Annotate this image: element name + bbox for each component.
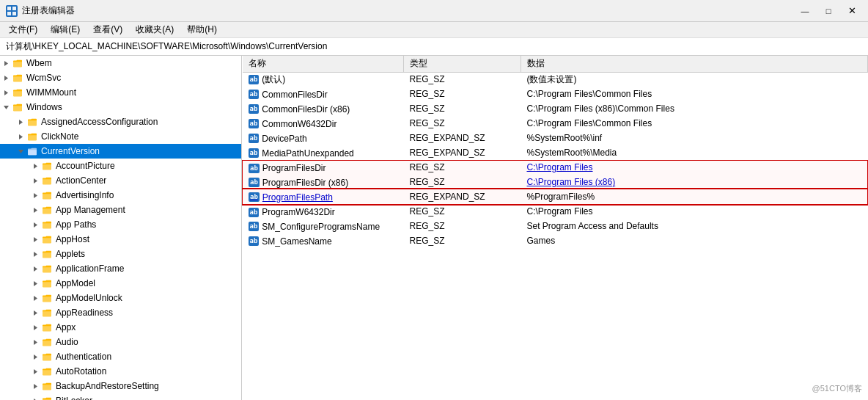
reg-type-icon: ab CommonFilesDir (x86) — [249, 104, 350, 114]
expand-button[interactable] — [0, 101, 12, 113]
expand-button[interactable] — [15, 131, 26, 142]
folder-icon — [41, 321, 53, 333]
tree-item[interactable]: Authentication — [0, 349, 241, 364]
svg-marker-4 — [4, 61, 8, 66]
tree-item[interactable]: ClickNote — [0, 129, 241, 144]
col-data: 数据 — [521, 56, 868, 72]
tree-item[interactable]: Appx — [0, 320, 241, 335]
tree-item[interactable]: WIMMMount — [0, 85, 241, 100]
svg-rect-2 — [7, 12, 11, 15]
menu-item[interactable]: 编辑(E) — [45, 22, 86, 37]
maximize-button[interactable]: □ — [818, 4, 839, 18]
expand-button[interactable] — [29, 380, 41, 392]
tree-item[interactable]: Applets — [0, 247, 241, 261]
tree-item[interactable]: CurrentVersion — [0, 144, 241, 159]
tree-item[interactable]: ActionCenter — [0, 173, 241, 188]
table-row[interactable]: ab CommonW6432DirREG_SZC:\Program Files\… — [243, 116, 868, 131]
expand-button[interactable] — [29, 233, 41, 245]
expand-button[interactable] — [29, 321, 41, 333]
expand-button[interactable] — [29, 395, 41, 400]
close-button[interactable]: ✕ — [842, 4, 862, 18]
table-row[interactable]: ab SM_ConfigureProgramsNameREG_SZSet Pro… — [243, 219, 868, 233]
tree-item[interactable]: Wbem — [0, 56, 241, 70]
expand-button[interactable] — [29, 160, 41, 172]
expand-button[interactable] — [29, 248, 41, 260]
expand-button[interactable] — [29, 277, 41, 289]
tree-item[interactable]: App Management — [0, 203, 241, 217]
tree-item[interactable]: AdvertisingInfo — [0, 188, 241, 203]
table-row[interactable]: ab ProgramFilesDir (x86)REG_SZC:\Program… — [243, 175, 868, 189]
tree-item[interactable]: AppHost — [0, 232, 241, 247]
table-row[interactable]: ab CommonFilesDir (x86)REG_SZC:\Program … — [243, 101, 868, 116]
svg-marker-19 — [34, 281, 37, 286]
tree-item[interactable]: App Paths — [0, 217, 241, 232]
expand-button[interactable] — [15, 116, 26, 128]
registry-type-cell: REG_SZ — [404, 160, 521, 175]
tree-item[interactable]: AppReadiness — [0, 305, 241, 320]
tree-item[interactable]: BitLocker — [0, 393, 241, 400]
tree-panel[interactable]: Wbem WcmSvc WIMMMount Windows AssignedAc… — [0, 56, 242, 400]
tree-item[interactable]: AccountPicture — [0, 159, 241, 173]
svg-rect-1 — [12, 7, 16, 10]
expand-button[interactable] — [29, 292, 41, 304]
tree-item[interactable]: BackupAndRestoreSetting — [0, 379, 241, 393]
svg-marker-8 — [19, 120, 23, 125]
expand-button[interactable] — [15, 145, 26, 157]
tree-item-label: Wbem — [26, 58, 52, 68]
folder-icon — [12, 72, 23, 84]
tree-item-label: ActionCenter — [56, 175, 106, 186]
expand-button[interactable] — [29, 263, 41, 274]
menu-bar: 文件(F)编辑(E)查看(V)收藏夹(A)帮助(H) — [0, 22, 868, 38]
tree-item[interactable]: Windows — [0, 100, 241, 114]
menu-item[interactable]: 查看(V) — [87, 22, 128, 37]
tree-item-label: AppModelUnlock — [56, 293, 122, 303]
expand-button[interactable] — [0, 87, 12, 98]
tree-item-label: WcmSvc — [26, 73, 61, 83]
folder-icon — [41, 248, 53, 260]
registry-data-cell: C:\Program Files — [521, 204, 868, 219]
table-row[interactable]: ab ProgramW6432DirREG_SZC:\Program Files — [243, 204, 868, 219]
registry-name-cell: ab (默认) — [243, 72, 404, 87]
expand-button[interactable] — [29, 307, 41, 319]
table-row[interactable]: ab (默认)REG_SZ(数值未设置) — [243, 72, 868, 87]
tree-item[interactable]: AppModel — [0, 276, 241, 291]
menu-item[interactable]: 文件(F) — [3, 22, 43, 37]
app-icon — [6, 5, 18, 17]
menu-item[interactable]: 收藏夹(A) — [130, 22, 180, 37]
tree-item[interactable]: AssignedAccessConfiguration — [0, 114, 241, 129]
expand-button[interactable] — [29, 204, 41, 216]
tree-item[interactable]: AutoRotation — [0, 364, 241, 379]
expand-button[interactable] — [29, 336, 41, 348]
table-row[interactable]: ab ProgramFilesPathREG_EXPAND_SZ%Program… — [243, 189, 868, 204]
col-name: 名称 — [243, 56, 404, 72]
expand-button[interactable] — [0, 72, 12, 84]
tree-item[interactable]: AppModelUnlock — [0, 291, 241, 305]
registry-type-cell: REG_SZ — [404, 72, 521, 87]
expand-button[interactable] — [29, 189, 41, 201]
expand-button[interactable] — [29, 219, 41, 230]
minimize-button[interactable]: — — [795, 4, 815, 18]
expand-button[interactable] — [0, 57, 12, 69]
reg-type-icon: ab ProgramFilesDir (x86) — [249, 178, 348, 188]
tree-item[interactable]: WcmSvc — [0, 70, 241, 85]
folder-icon — [12, 101, 23, 113]
table-row[interactable]: ab ProgramFilesDirREG_SZC:\Program Files — [243, 160, 868, 175]
table-row[interactable]: ab DevicePathREG_EXPAND_SZ%SystemRoot%\i… — [243, 131, 868, 145]
table-row[interactable]: ab SM_GamesNameREG_SZGames — [243, 233, 868, 248]
table-row[interactable]: ab CommonFilesDirREG_SZC:\Program Files\… — [243, 87, 868, 101]
registry-name-cell: ab CommonW6432Dir — [243, 116, 404, 131]
values-panel[interactable]: 名称 类型 数据 ab (默认)REG_SZ(数值未设置)ab CommonFi… — [242, 56, 868, 400]
registry-name-cell: ab SM_GamesName — [243, 233, 404, 248]
menu-item[interactable]: 帮助(H) — [181, 22, 223, 37]
expand-button[interactable] — [29, 175, 41, 186]
expand-button[interactable] — [29, 351, 41, 363]
tree-item[interactable]: Audio — [0, 335, 241, 349]
table-row[interactable]: ab MediaPathUnexpandedREG_EXPAND_SZ%Syst… — [243, 145, 868, 160]
registry-data-cell: C:\Program Files (x86)\Common Files — [521, 101, 868, 116]
tree-item[interactable]: ApplicationFrame — [0, 261, 241, 276]
expand-button[interactable] — [29, 366, 41, 377]
folder-icon — [41, 336, 53, 348]
svg-marker-9 — [19, 134, 23, 139]
folder-icon — [41, 160, 53, 172]
svg-marker-26 — [34, 384, 37, 389]
